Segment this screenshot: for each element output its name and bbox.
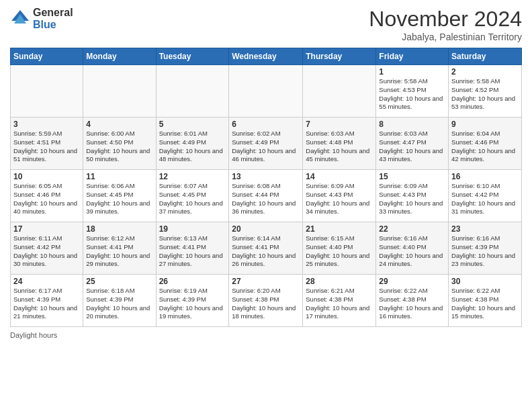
calendar-week-5: 24Sunrise: 6:17 AM Sunset: 4:39 PM Dayli…: [11, 275, 522, 327]
calendar-week-2: 3Sunrise: 5:59 AM Sunset: 4:51 PM Daylig…: [11, 118, 522, 170]
day-number: 15: [379, 172, 445, 181]
day-info: Sunrise: 6:01 AM Sunset: 4:49 PM Dayligh…: [159, 130, 226, 164]
calendar-cell: 29Sunrise: 6:22 AM Sunset: 4:38 PM Dayli…: [376, 275, 449, 327]
calendar-cell: [11, 65, 83, 118]
month-title: November 2024: [369, 7, 522, 32]
day-info: Sunrise: 6:22 AM Sunset: 4:38 PM Dayligh…: [379, 287, 445, 321]
calendar-cell: 22Sunrise: 6:16 AM Sunset: 4:40 PM Dayli…: [376, 222, 449, 275]
day-number: 14: [306, 172, 373, 181]
day-number: 2: [451, 67, 519, 77]
day-info: Sunrise: 5:58 AM Sunset: 4:53 PM Dayligh…: [379, 77, 445, 111]
day-info: Sunrise: 5:58 AM Sunset: 4:52 PM Dayligh…: [451, 77, 519, 111]
calendar-cell: 21Sunrise: 6:15 AM Sunset: 4:40 PM Dayli…: [303, 222, 376, 275]
calendar-cell: 8Sunrise: 6:03 AM Sunset: 4:47 PM Daylig…: [376, 118, 449, 170]
day-info: Sunrise: 6:18 AM Sunset: 4:39 PM Dayligh…: [86, 287, 152, 321]
calendar-col-saturday: Saturday: [449, 48, 522, 65]
calendar-col-thursday: Thursday: [303, 48, 376, 65]
calendar-cell: 9Sunrise: 6:04 AM Sunset: 4:46 PM Daylig…: [449, 118, 522, 170]
day-info: Sunrise: 6:08 AM Sunset: 4:44 PM Dayligh…: [232, 182, 300, 216]
calendar-cell: 14Sunrise: 6:09 AM Sunset: 4:43 PM Dayli…: [303, 170, 376, 222]
day-number: 13: [232, 172, 300, 181]
logo-text: General Blue: [33, 7, 73, 30]
calendar-cell: [229, 65, 303, 118]
calendar-week-4: 17Sunrise: 6:11 AM Sunset: 4:42 PM Dayli…: [11, 222, 522, 275]
logo: General Blue: [10, 7, 73, 30]
calendar-cell: 2Sunrise: 5:58 AM Sunset: 4:52 PM Daylig…: [449, 65, 522, 118]
day-number: 11: [86, 172, 152, 181]
daylight-label: Daylight hours: [10, 331, 57, 339]
day-info: Sunrise: 6:20 AM Sunset: 4:38 PM Dayligh…: [232, 287, 300, 321]
day-number: 5: [159, 120, 226, 129]
day-number: 28: [306, 277, 373, 286]
day-info: Sunrise: 6:09 AM Sunset: 4:43 PM Dayligh…: [379, 182, 445, 216]
day-number: 30: [451, 277, 519, 286]
calendar-col-friday: Friday: [376, 48, 449, 65]
calendar-cell: 18Sunrise: 6:12 AM Sunset: 4:41 PM Dayli…: [83, 222, 156, 275]
day-info: Sunrise: 6:05 AM Sunset: 4:46 PM Dayligh…: [13, 182, 80, 216]
day-number: 26: [159, 277, 226, 286]
day-info: Sunrise: 6:04 AM Sunset: 4:46 PM Dayligh…: [451, 130, 519, 164]
calendar-cell: 23Sunrise: 6:16 AM Sunset: 4:39 PM Dayli…: [449, 222, 522, 275]
day-number: 17: [13, 224, 80, 234]
title-block: November 2024 Jabalya, Palestinian Terri…: [369, 7, 522, 42]
day-number: 24: [13, 277, 80, 286]
day-info: Sunrise: 6:21 AM Sunset: 4:38 PM Dayligh…: [306, 287, 373, 321]
calendar-cell: 17Sunrise: 6:11 AM Sunset: 4:42 PM Dayli…: [11, 222, 83, 275]
day-number: 20: [232, 224, 300, 234]
day-number: 6: [232, 120, 300, 129]
calendar-cell: 19Sunrise: 6:13 AM Sunset: 4:41 PM Dayli…: [156, 222, 229, 275]
day-number: 23: [451, 224, 519, 234]
calendar-cell: [156, 65, 229, 118]
calendar-cell: 25Sunrise: 6:18 AM Sunset: 4:39 PM Dayli…: [83, 275, 156, 327]
day-info: Sunrise: 6:06 AM Sunset: 4:45 PM Dayligh…: [86, 182, 152, 216]
calendar-cell: 27Sunrise: 6:20 AM Sunset: 4:38 PM Dayli…: [229, 275, 303, 327]
day-number: 3: [13, 120, 80, 129]
day-info: Sunrise: 6:16 AM Sunset: 4:40 PM Dayligh…: [379, 234, 445, 269]
calendar-cell: [303, 65, 376, 118]
day-info: Sunrise: 6:03 AM Sunset: 4:48 PM Dayligh…: [306, 130, 373, 164]
logo-general: General: [33, 7, 73, 19]
day-info: Sunrise: 6:12 AM Sunset: 4:41 PM Dayligh…: [86, 234, 152, 269]
logo-blue: Blue: [33, 19, 73, 31]
calendar-col-monday: Monday: [83, 48, 156, 65]
calendar-cell: 24Sunrise: 6:17 AM Sunset: 4:39 PM Dayli…: [11, 275, 83, 327]
day-number: 25: [86, 277, 152, 286]
calendar-header-row: SundayMondayTuesdayWednesdayThursdayFrid…: [11, 48, 522, 65]
calendar-cell: 5Sunrise: 6:01 AM Sunset: 4:49 PM Daylig…: [156, 118, 229, 170]
calendar-col-wednesday: Wednesday: [229, 48, 303, 65]
footer: Daylight hours: [10, 331, 522, 339]
day-info: Sunrise: 6:19 AM Sunset: 4:39 PM Dayligh…: [159, 287, 226, 321]
calendar-week-3: 10Sunrise: 6:05 AM Sunset: 4:46 PM Dayli…: [11, 170, 522, 222]
day-number: 21: [306, 224, 373, 234]
calendar-cell: 28Sunrise: 6:21 AM Sunset: 4:38 PM Dayli…: [303, 275, 376, 327]
calendar-cell: 1Sunrise: 5:58 AM Sunset: 4:53 PM Daylig…: [376, 65, 449, 118]
calendar-cell: 11Sunrise: 6:06 AM Sunset: 4:45 PM Dayli…: [83, 170, 156, 222]
location: Jabalya, Palestinian Territory: [369, 32, 522, 42]
day-number: 1: [379, 67, 445, 77]
calendar-cell: 13Sunrise: 6:08 AM Sunset: 4:44 PM Dayli…: [229, 170, 303, 222]
calendar-cell: 20Sunrise: 6:14 AM Sunset: 4:41 PM Dayli…: [229, 222, 303, 275]
calendar-cell: 3Sunrise: 5:59 AM Sunset: 4:51 PM Daylig…: [11, 118, 83, 170]
day-info: Sunrise: 6:09 AM Sunset: 4:43 PM Dayligh…: [306, 182, 373, 216]
calendar-cell: 7Sunrise: 6:03 AM Sunset: 4:48 PM Daylig…: [303, 118, 376, 170]
calendar-cell: 4Sunrise: 6:00 AM Sunset: 4:50 PM Daylig…: [83, 118, 156, 170]
calendar-col-sunday: Sunday: [11, 48, 83, 65]
calendar-cell: 12Sunrise: 6:07 AM Sunset: 4:45 PM Dayli…: [156, 170, 229, 222]
calendar-cell: 30Sunrise: 6:22 AM Sunset: 4:38 PM Dayli…: [449, 275, 522, 327]
day-number: 8: [379, 120, 445, 129]
day-info: Sunrise: 6:11 AM Sunset: 4:42 PM Dayligh…: [13, 234, 80, 269]
day-number: 10: [13, 172, 80, 181]
calendar-col-tuesday: Tuesday: [156, 48, 229, 65]
day-info: Sunrise: 6:13 AM Sunset: 4:41 PM Dayligh…: [159, 234, 226, 269]
day-info: Sunrise: 6:15 AM Sunset: 4:40 PM Dayligh…: [306, 234, 373, 269]
day-info: Sunrise: 6:22 AM Sunset: 4:38 PM Dayligh…: [451, 287, 519, 321]
calendar-week-1: 1Sunrise: 5:58 AM Sunset: 4:53 PM Daylig…: [11, 65, 522, 118]
day-info: Sunrise: 6:14 AM Sunset: 4:41 PM Dayligh…: [232, 234, 300, 269]
calendar-cell: 6Sunrise: 6:02 AM Sunset: 4:49 PM Daylig…: [229, 118, 303, 170]
day-number: 29: [379, 277, 445, 286]
day-info: Sunrise: 6:03 AM Sunset: 4:47 PM Dayligh…: [379, 130, 445, 164]
day-number: 16: [451, 172, 519, 181]
page: General Blue November 2024 Jabalya, Pale…: [0, 0, 532, 411]
header: General Blue November 2024 Jabalya, Pale…: [10, 7, 522, 42]
calendar-cell: 15Sunrise: 6:09 AM Sunset: 4:43 PM Dayli…: [376, 170, 449, 222]
